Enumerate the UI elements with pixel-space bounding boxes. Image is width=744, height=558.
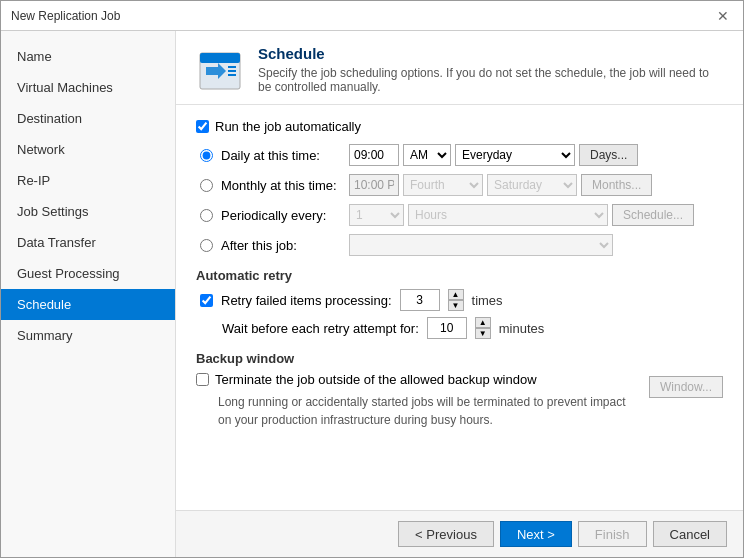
svg-rect-1 [200,53,240,63]
everyday-select[interactable]: Everyday Weekdays Weekends [455,144,575,166]
backup-window-label: Terminate the job outside of the allowed… [215,372,537,387]
sidebar-item-re-ip[interactable]: Re-IP [1,165,175,196]
retry-row: Retry failed items processing: ▲ ▼ times [200,289,723,311]
wait-value-input[interactable] [427,317,467,339]
sidebar-item-network[interactable]: Network [1,134,175,165]
retry-checkbox[interactable] [200,294,213,307]
header-text: Schedule Specify the job scheduling opti… [258,45,723,94]
retry-spinner: ▲ ▼ [448,289,464,311]
wait-spinner: ▲ ▼ [475,317,491,339]
after-job-select[interactable] [349,234,613,256]
sidebar-item-guest-processing[interactable]: Guest Processing [1,258,175,289]
sidebar-item-schedule[interactable]: Schedule [1,289,175,320]
main-panel: Schedule Specify the job scheduling opti… [176,31,743,557]
sidebar-item-virtual-machines[interactable]: Virtual Machines [1,72,175,103]
monthly-row: Monthly at this time: First Second Third… [200,174,723,196]
title-bar: New Replication Job ✕ [1,1,743,31]
next-button[interactable]: Next > [500,521,572,547]
monthly-radio[interactable] [200,179,213,192]
wait-label: Wait before each retry attempt for: [222,321,419,336]
retry-down-btn[interactable]: ▼ [448,300,464,311]
period-unit-select[interactable]: Hours Minutes [408,204,608,226]
periodically-radio[interactable] [200,209,213,222]
retry-up-btn[interactable]: ▲ [448,289,464,300]
new-replication-job-window: New Replication Job ✕ NameVirtual Machin… [0,0,744,558]
after-job-row: After this job: [200,234,723,256]
backup-section-header: Backup window [196,351,723,366]
footer: < Previous Next > Finish Cancel [176,510,743,557]
backup-window-section: Terminate the job outside of the allowed… [196,372,723,429]
page-description: Specify the job scheduling options. If y… [258,66,723,94]
daily-radio[interactable] [200,149,213,162]
window-title: New Replication Job [11,9,120,23]
after-job-radio[interactable] [200,239,213,252]
period-value-select[interactable]: 1 2 4 6 8 12 [349,204,404,226]
retry-section: Retry failed items processing: ▲ ▼ times… [200,289,723,339]
run-auto-label: Run the job automatically [215,119,361,134]
run-auto-checkbox[interactable] [196,120,209,133]
schedule-radio-group: Daily at this time: AM PM Everyday Weekd… [200,144,723,256]
daily-controls: AM PM Everyday Weekdays Weekends Days... [349,144,638,166]
wait-down-btn[interactable]: ▼ [475,328,491,339]
content-area: NameVirtual MachinesDestinationNetworkRe… [1,31,743,557]
close-button[interactable]: ✕ [713,6,733,26]
sidebar-item-job-settings[interactable]: Job Settings [1,196,175,227]
sidebar-item-data-transfer[interactable]: Data Transfer [1,227,175,258]
sidebar: NameVirtual MachinesDestinationNetworkRe… [1,31,176,557]
run-auto-row: Run the job automatically [196,119,723,134]
wait-row: Wait before each retry attempt for: ▲ ▼ … [200,317,723,339]
retry-unit: times [472,293,503,308]
backup-window-checkbox[interactable] [196,373,209,386]
periodically-label: Periodically every: [221,208,341,223]
sidebar-item-name[interactable]: Name [1,41,175,72]
page-header: Schedule Specify the job scheduling opti… [176,31,743,105]
retry-count-input[interactable] [400,289,440,311]
monthly-controls: First Second Third Fourth Last Monday Tu… [349,174,652,196]
backup-checkbox-row: Terminate the job outside of the allowed… [196,372,626,387]
retry-label: Retry failed items processing: [221,293,392,308]
saturday-select[interactable]: Monday Tuesday Wednesday Thursday Friday… [487,174,577,196]
monthly-label: Monthly at this time: [221,178,341,193]
wait-up-btn[interactable]: ▲ [475,317,491,328]
finish-button[interactable]: Finish [578,521,647,547]
periodically-controls: 1 2 4 6 8 12 Hours Minutes Sc [349,204,694,226]
previous-button[interactable]: < Previous [398,521,494,547]
cancel-button[interactable]: Cancel [653,521,727,547]
after-job-label: After this job: [221,238,341,253]
daily-time-input[interactable] [349,144,399,166]
window-button[interactable]: Window... [649,376,723,398]
page-title: Schedule [258,45,723,62]
schedule-button[interactable]: Schedule... [612,204,694,226]
ampm-select[interactable]: AM PM [403,144,451,166]
sidebar-item-destination[interactable]: Destination [1,103,175,134]
periodically-row: Periodically every: 1 2 4 6 8 12 [200,204,723,226]
after-job-controls [349,234,613,256]
schedule-icon [196,45,244,93]
fourth-select[interactable]: First Second Third Fourth Last [403,174,483,196]
retry-section-header: Automatic retry [196,268,723,283]
daily-label: Daily at this time: [221,148,341,163]
daily-row: Daily at this time: AM PM Everyday Weekd… [200,144,723,166]
backup-left: Terminate the job outside of the allowed… [196,372,626,429]
wait-unit: minutes [499,321,545,336]
backup-description: Long running or accidentally started job… [218,393,626,429]
sidebar-item-summary[interactable]: Summary [1,320,175,351]
form-area: Run the job automatically Daily at this … [176,105,743,510]
window-btn-row: Window... [649,376,723,398]
months-button[interactable]: Months... [581,174,652,196]
monthly-time-input[interactable] [349,174,399,196]
days-button[interactable]: Days... [579,144,638,166]
